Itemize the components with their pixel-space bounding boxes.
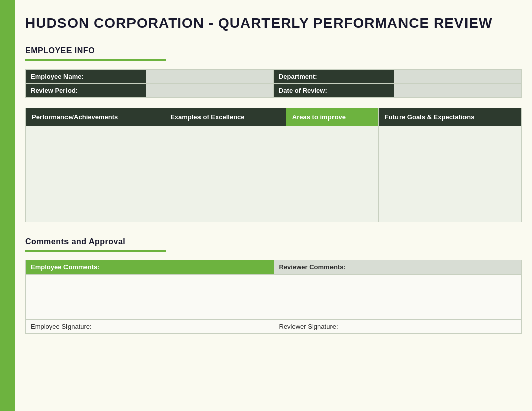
employee-name-value[interactable] [146, 70, 273, 84]
main-content: HUDSON CORPORATION - QUARTERLY PERFORMAN… [15, 0, 532, 349]
date-of-review-label: Date of Review: [273, 84, 394, 98]
employee-info-heading: EMPLOYEE INFO [25, 46, 522, 55]
employee-comments-value[interactable] [26, 275, 274, 320]
comments-heading: Comments and Approval [25, 237, 522, 246]
reviewer-signature-label: Reviewer Signature: [274, 320, 522, 334]
perf-achievements-cell[interactable] [26, 126, 164, 222]
perf-col-header-4: Future Goals & Expectations [378, 108, 521, 126]
table-row: Employee Comments: Reviewer Comments: [26, 260, 522, 275]
perf-improve-cell[interactable] [286, 126, 378, 222]
date-of-review-value[interactable] [394, 84, 521, 98]
perf-col-header-3: Areas to improve [286, 108, 378, 126]
employee-info-section: EMPLOYEE INFO Employee Name: Department:… [25, 46, 522, 98]
left-accent-bar [0, 0, 15, 411]
perf-excellence-cell[interactable] [164, 126, 286, 222]
table-row: Employee Signature: Reviewer Signature: [26, 320, 522, 334]
comments-section: Comments and Approval Employee Comments:… [25, 237, 522, 334]
employee-comments-label: Employee Comments: [26, 260, 274, 275]
table-row [26, 275, 522, 320]
perf-header-row: Performance/Achievements Examples of Exc… [26, 108, 522, 126]
page-title: HUDSON CORPORATION - QUARTERLY PERFORMAN… [25, 15, 522, 31]
perf-goals-cell[interactable] [378, 126, 521, 222]
table-row: Employee Name: Department: [26, 70, 522, 84]
review-period-label: Review Period: [26, 84, 146, 98]
review-period-value[interactable] [146, 84, 273, 98]
table-row [26, 126, 522, 222]
perf-col-header-1: Performance/Achievements [26, 108, 164, 126]
comments-table: Employee Comments: Reviewer Comments: Em… [25, 260, 522, 334]
employee-signature-label: Employee Signature: [26, 320, 274, 334]
reviewer-comments-value[interactable] [274, 275, 522, 320]
department-label: Department: [273, 70, 394, 84]
perf-col-header-2: Examples of Excellence [164, 108, 286, 126]
department-value[interactable] [394, 70, 521, 84]
comments-underline [25, 250, 166, 252]
table-row: Review Period: Date of Review: [26, 84, 522, 98]
employee-info-table: Employee Name: Department: Review Period… [25, 69, 522, 98]
performance-table: Performance/Achievements Examples of Exc… [25, 108, 522, 222]
reviewer-comments-label: Reviewer Comments: [274, 260, 522, 275]
employee-info-underline [25, 59, 166, 61]
employee-name-label: Employee Name: [26, 70, 146, 84]
